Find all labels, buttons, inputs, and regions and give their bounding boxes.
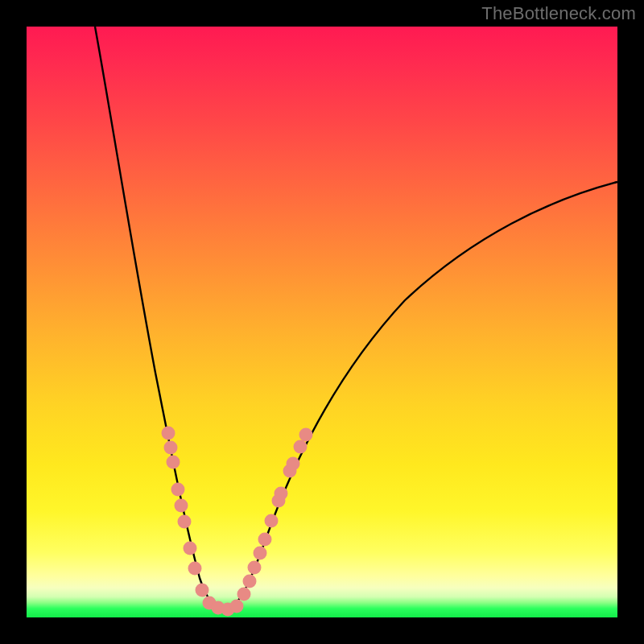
data-dot bbox=[162, 427, 175, 440]
data-dot bbox=[254, 547, 267, 560]
data-dot bbox=[294, 440, 308, 454]
data-dot bbox=[175, 499, 188, 513]
bottleneck-curve-svg bbox=[27, 27, 617, 617]
data-dot bbox=[258, 533, 272, 547]
data-dot bbox=[237, 588, 251, 601]
curve-left-branch bbox=[95, 27, 225, 609]
data-dot bbox=[164, 441, 178, 455]
data-dot bbox=[178, 515, 192, 529]
data-dot bbox=[265, 514, 279, 528]
chart-frame: TheBottleneck.com bbox=[0, 0, 644, 644]
data-dot bbox=[167, 456, 180, 469]
data-dot bbox=[230, 600, 244, 613]
data-dot bbox=[248, 561, 262, 575]
data-dot bbox=[287, 457, 300, 471]
data-dot bbox=[299, 428, 313, 442]
data-dot bbox=[188, 562, 202, 576]
data-dot bbox=[184, 542, 197, 555]
data-dot bbox=[243, 575, 257, 588]
curve-right-branch bbox=[225, 182, 617, 609]
data-dot bbox=[171, 483, 185, 497]
watermark-text: TheBottleneck.com bbox=[481, 3, 636, 24]
data-dot bbox=[275, 487, 288, 501]
data-dot bbox=[196, 584, 209, 597]
